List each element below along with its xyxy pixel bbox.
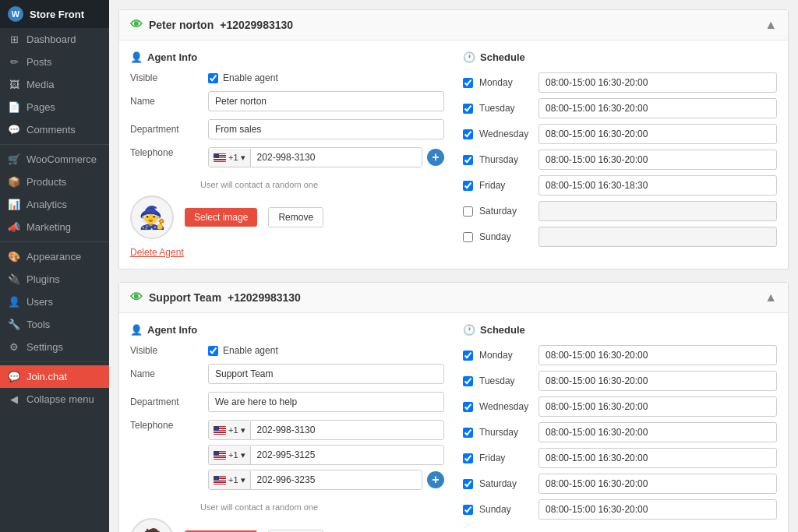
avatar-2: 🧑‍⚕️ [130,518,174,532]
agent-card-1: 👁 Peter norton +12029983130 ▲ 👤 Agent In… [118,9,789,270]
sidebar-item-marketing[interactable]: 📣 Marketing [0,216,109,238]
sidebar-item-settings[interactable]: ⚙ Settings [0,336,109,358]
sidebar-item-collapse[interactable]: ◀ Collapse menu [0,388,109,410]
time-input-saturday-1[interactable] [538,201,777,221]
time-input-thursday-2[interactable] [538,422,777,442]
sidebar-label-dashboard: Dashboard [26,33,76,45]
sidebar-item-media[interactable]: 🖼 Media [0,73,109,96]
tel-flag-input-2-1[interactable]: +1 ▾ [208,445,444,465]
sidebar-item-posts[interactable]: ✏ Posts [0,51,109,73]
sidebar-item-appearance[interactable]: 🎨 Appearance [0,245,109,268]
schedule-check-monday-1[interactable] [463,78,473,88]
sidebar-item-plugins[interactable]: 🔌 Plugins [0,268,109,291]
sidebar-item-products[interactable]: 📦 Products [0,171,109,193]
tel-flag-input-2-2[interactable]: +1 ▾ [208,470,422,490]
sidebar-item-tools[interactable]: 🔧 Tools [0,313,109,336]
pages-icon: 📄 [8,101,20,113]
schedule-check-tuesday-2[interactable] [463,376,473,386]
telephone-inputs-1: +1 ▾ + [208,147,444,172]
person-icon-2: 👤 [130,324,143,336]
day-label-thursday-1: Thursday [479,154,532,165]
tel-flag-2-2[interactable]: +1 ▾ [209,471,251,489]
name-input-1[interactable] [208,91,444,111]
department-input-1[interactable] [208,119,444,139]
joinchat-icon: 💬 [8,371,20,382]
enable-agent-check-1[interactable] [208,73,218,83]
add-tel-btn-1[interactable]: + [427,149,444,166]
time-input-friday-2[interactable] [538,448,777,468]
schedule-monday-2: Monday [463,345,777,365]
sidebar-label-posts: Posts [26,56,52,68]
media-icon: 🖼 [8,79,20,90]
remove-btn-1[interactable]: Remove [268,207,323,227]
schedule-check-tuesday-1[interactable] [463,104,473,114]
time-input-saturday-2[interactable] [538,474,777,494]
schedule-check-sunday-1[interactable] [463,232,473,242]
agent-card-body-1: 👤 Agent Info Visible Enable agent Name [119,41,788,269]
schedule-check-wednesday-2[interactable] [463,402,473,412]
time-input-monday-2[interactable] [538,345,777,365]
schedule-check-saturday-2[interactable] [463,479,473,489]
time-input-friday-1[interactable] [538,175,777,196]
agent-phone-2: +12029983130 [228,291,301,304]
tel-number-2-0[interactable] [251,421,443,439]
sidebar-item-pages[interactable]: 📄 Pages [0,96,109,118]
schedule-wednesday-1: Wednesday [463,124,777,144]
sidebar-label-joinchat: Join.chat [26,371,67,382]
day-label-saturday-1: Saturday [479,206,532,217]
users-icon: 👤 [8,296,20,308]
tel-flag-2-1[interactable]: +1 ▾ [209,446,251,464]
sidebar-label-appearance: Appearance [26,251,81,262]
schedule-check-friday-2[interactable] [463,453,473,463]
sidebar-item-dashboard[interactable]: ⊞ Dashboard [0,28,109,51]
schedule-check-sunday-2[interactable] [463,505,473,515]
add-tel-btn-2[interactable]: + [427,471,444,488]
sidebar-divider-3 [0,361,109,362]
enable-agent-check-2[interactable] [208,346,218,356]
schedule-check-thursday-2[interactable] [463,428,473,438]
time-input-sunday-1[interactable] [538,227,777,247]
time-input-sunday-2[interactable] [538,499,777,520]
avatar-1: 🧙 [130,196,174,239]
collapse-btn-1[interactable]: ▲ [764,18,777,32]
schedule-check-thursday-1[interactable] [463,155,473,165]
collapse-btn-2[interactable]: ▲ [764,291,777,305]
tel-flag-2-0[interactable]: +1 ▾ [209,421,251,439]
schedule-check-monday-2[interactable] [463,351,473,361]
tel-number-2-1[interactable] [251,446,443,464]
time-input-tuesday-2[interactable] [538,371,777,391]
time-input-wednesday-2[interactable] [538,396,777,417]
tel-flag-input-1-0[interactable]: +1 ▾ [208,147,422,167]
schedule-check-friday-1[interactable] [463,181,473,191]
sidebar-item-woocommerce[interactable]: 🛒 WooCommerce [0,148,109,171]
time-input-thursday-1[interactable] [538,150,777,170]
enable-agent-label-1: Enable agent [223,72,278,83]
tel-flag-1-0[interactable]: +1 ▾ [209,149,251,167]
enable-agent-checkbox-1[interactable]: Enable agent [208,72,278,83]
schedule-check-wednesday-1[interactable] [463,129,473,139]
sidebar-item-joinchat[interactable]: 💬 Join.chat [0,365,109,388]
agent-name-1: Peter norton [149,19,214,31]
tel-number-1-0[interactable] [251,148,422,167]
enable-agent-checkbox-2[interactable]: Enable agent [208,345,278,356]
person-icon-1: 👤 [130,51,143,63]
sidebar-item-users[interactable]: 👤 Users [0,291,109,313]
random-hint-1: User will contact a random one [200,180,444,189]
sidebar-item-comments[interactable]: 💬 Comments [0,118,109,141]
time-input-wednesday-1[interactable] [538,124,777,144]
schedule-heading-1: 🕐 Schedule [463,51,777,63]
time-input-tuesday-1[interactable] [538,98,777,118]
woocommerce-icon: 🛒 [8,153,20,165]
delete-agent-link-1[interactable]: Delete Agent [130,247,184,258]
tel-number-2-2[interactable] [251,470,422,489]
tel-code-1-0: +1 ▾ [228,153,245,163]
sidebar-item-analytics[interactable]: 📊 Analytics [0,193,109,216]
agent-info-col-2: 👤 Agent Info Visible Enable agent Name [130,324,444,532]
time-input-monday-1[interactable] [538,72,777,93]
comments-icon: 💬 [8,124,20,136]
name-input-2[interactable] [208,364,444,384]
select-image-btn-1[interactable]: Select image [185,208,257,227]
schedule-check-saturday-1[interactable] [463,206,473,217]
tel-flag-input-2-0[interactable]: +1 ▾ [208,420,444,440]
department-input-2[interactable] [208,392,444,412]
